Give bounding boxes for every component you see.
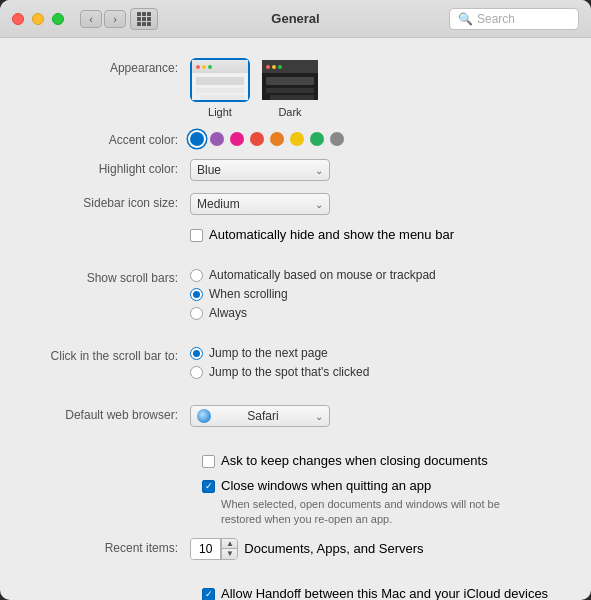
close-windows-inner: Close windows when quitting an app [202,478,561,493]
click-scroll-controls: Jump to the next page Jump to the spot t… [190,346,369,379]
chevron-down-icon: ⌄ [315,411,323,422]
allow-handoff-row: Allow Handoff between this Mac and your … [202,586,561,600]
accent-blue[interactable] [190,132,204,146]
grid-dot [142,22,146,26]
highlight-color-label: Highlight color: [30,159,190,176]
scroll-auto-option[interactable]: Automatically based on mouse or trackpad [190,268,436,282]
close-windows-checkbox[interactable] [202,480,215,493]
window-title: General [271,11,319,26]
click-scroll-row: Click in the scroll bar to: Jump to the … [30,346,561,379]
mini-min-d [272,65,276,69]
dark-thumbnail [260,58,320,102]
chevron-down-icon: ⌄ [315,199,323,210]
accent-graphite[interactable] [330,132,344,146]
highlight-color-value: Blue [197,163,221,177]
recent-items-row: Recent items: 10 ▲ ▼ Documents, Apps, an… [30,538,561,560]
grid-dot [142,17,146,21]
ask-keep-changes-checkbox[interactable] [202,455,215,468]
default-browser-dropdown[interactable]: Safari ⌄ [190,405,330,427]
recent-items-controls: 10 ▲ ▼ Documents, Apps, and Servers [190,538,424,560]
highlight-color-row: Highlight color: Blue ⌄ [30,159,561,181]
back-button[interactable]: ‹ [80,10,102,28]
sidebar-icon-size-label: Sidebar icon size: [30,193,190,210]
light-label: Light [208,106,232,118]
section-gap-3 [30,391,561,405]
light-content [192,73,248,100]
accent-orange[interactable] [270,132,284,146]
menu-bar-checkbox[interactable] [190,229,203,242]
scroll-always-radio [190,307,203,320]
section-gap-1 [30,254,561,268]
scroll-scrolling-option[interactable]: When scrolling [190,287,436,301]
accent-red[interactable] [250,132,264,146]
accent-pink[interactable] [230,132,244,146]
highlight-color-dropdown[interactable]: Blue ⌄ [190,159,330,181]
appearance-controls: Light [190,58,320,118]
click-next-page-option[interactable]: Jump to the next page [190,346,369,360]
grid-dot [137,12,141,16]
mini-close-d [266,65,270,69]
scroll-bars-label: Show scroll bars: [30,268,190,285]
highlight-color-controls: Blue ⌄ [190,159,330,181]
dark-label: Dark [278,106,301,118]
close-windows-label: Close windows when quitting an app [221,478,431,493]
accent-color-controls [190,130,344,146]
light-thumb-inner [192,60,248,100]
chevron-down-icon: ⌄ [315,165,323,176]
menu-bar-controls: Automatically hide and show the menu bar [190,227,454,242]
menu-bar-checkbox-row: Automatically hide and show the menu bar [190,227,454,242]
scroll-always-label: Always [209,306,247,320]
dark-content [262,73,318,100]
grid-icon [137,12,151,26]
minimize-button[interactable] [32,13,44,25]
appearance-row: Appearance: [30,58,561,118]
grid-dot [147,12,151,16]
safari-icon [197,409,211,423]
accent-purple[interactable] [210,132,224,146]
grid-dot [147,22,151,26]
recent-items-value: 10 [191,539,221,559]
stepper-down-button[interactable]: ▼ [221,549,237,559]
close-windows-note: When selected, open documents and window… [221,497,541,528]
sidebar-icon-size-dropdown[interactable]: Medium ⌄ [190,193,330,215]
ask-keep-changes-inner: Ask to keep changes when closing documen… [202,453,561,468]
scroll-auto-label: Automatically based on mouse or trackpad [209,268,436,282]
appearance-dark[interactable]: Dark [260,58,320,118]
accent-green[interactable] [310,132,324,146]
grid-button[interactable] [130,8,158,30]
window: ‹ › General 🔍 Search Appearanc [0,0,591,600]
ask-keep-changes-row: Ask to keep changes when closing documen… [202,453,561,468]
scroll-scrolling-radio [190,288,203,301]
allow-handoff-checkbox[interactable] [202,588,215,600]
mini-max [208,65,212,69]
content-area: Appearance: [0,38,591,600]
section-gap-4 [30,439,561,453]
mini-close [196,65,200,69]
forward-button[interactable]: › [104,10,126,28]
grid-dot [137,22,141,26]
section-gap-5 [30,572,561,586]
click-scroll-radio-group: Jump to the next page Jump to the spot t… [190,346,369,379]
close-button[interactable] [12,13,24,25]
scroll-bars-row: Show scroll bars: Automatically based on… [30,268,561,320]
recent-items-label: Recent items: [30,538,190,555]
traffic-lights [12,13,64,25]
allow-handoff-label: Allow Handoff between this Mac and your … [221,586,548,600]
default-browser-controls: Safari ⌄ [190,405,330,427]
light-thumbnail [190,58,250,102]
stepper-up-button[interactable]: ▲ [221,539,237,549]
appearance-light[interactable]: Light [190,58,250,118]
recent-items-stepper[interactable]: 10 ▲ ▼ [190,538,238,560]
scroll-always-option[interactable]: Always [190,306,436,320]
mini-min [202,65,206,69]
accent-yellow[interactable] [290,132,304,146]
click-next-page-radio [190,347,203,360]
search-box[interactable]: 🔍 Search [449,8,579,30]
stepper-buttons: ▲ ▼ [221,539,237,559]
click-spot-option[interactable]: Jump to the spot that's clicked [190,365,369,379]
appearance-options: Light [190,58,320,118]
scroll-scrolling-label: When scrolling [209,287,288,301]
mini-max-d [278,65,282,69]
maximize-button[interactable] [52,13,64,25]
scroll-bars-controls: Automatically based on mouse or trackpad… [190,268,436,320]
